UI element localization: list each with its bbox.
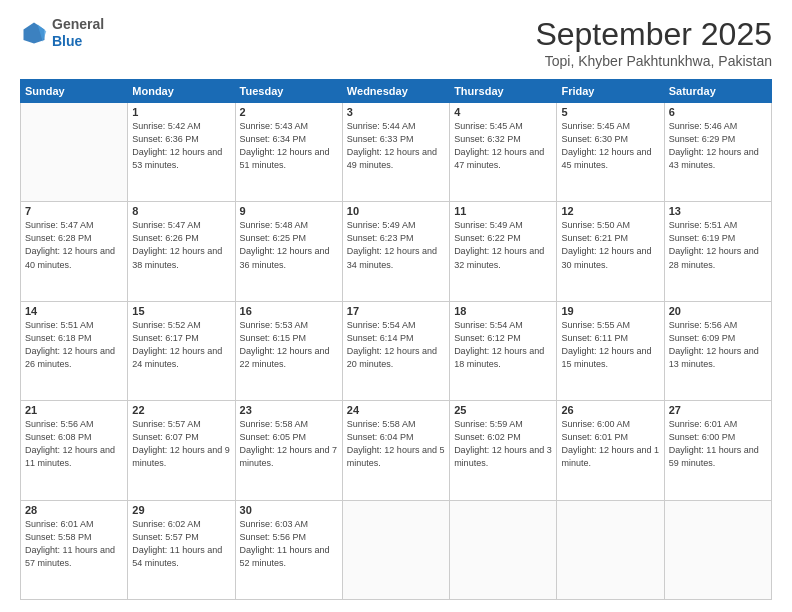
col-monday: Monday — [128, 80, 235, 103]
day-cell: 21 Sunrise: 5:56 AMSunset: 6:08 PMDaylig… — [21, 401, 128, 500]
day-info: Sunrise: 5:50 AMSunset: 6:21 PMDaylight:… — [561, 220, 651, 269]
week-row-4: 21 Sunrise: 5:56 AMSunset: 6:08 PMDaylig… — [21, 401, 772, 500]
week-row-1: 1 Sunrise: 5:42 AMSunset: 6:36 PMDayligh… — [21, 103, 772, 202]
day-number: 27 — [669, 404, 767, 416]
day-info: Sunrise: 5:56 AMSunset: 6:09 PMDaylight:… — [669, 320, 759, 369]
day-info: Sunrise: 6:02 AMSunset: 5:57 PMDaylight:… — [132, 519, 222, 568]
day-cell: 5 Sunrise: 5:45 AMSunset: 6:30 PMDayligh… — [557, 103, 664, 202]
day-cell: 8 Sunrise: 5:47 AMSunset: 6:26 PMDayligh… — [128, 202, 235, 301]
day-number: 2 — [240, 106, 338, 118]
day-info: Sunrise: 5:42 AMSunset: 6:36 PMDaylight:… — [132, 121, 222, 170]
day-number: 4 — [454, 106, 552, 118]
logo-icon — [20, 19, 48, 47]
day-number: 6 — [669, 106, 767, 118]
day-cell: 28 Sunrise: 6:01 AMSunset: 5:58 PMDaylig… — [21, 500, 128, 599]
col-saturday: Saturday — [664, 80, 771, 103]
day-info: Sunrise: 5:52 AMSunset: 6:17 PMDaylight:… — [132, 320, 222, 369]
day-cell: 22 Sunrise: 5:57 AMSunset: 6:07 PMDaylig… — [128, 401, 235, 500]
logo-text: General Blue — [52, 16, 104, 50]
day-number: 19 — [561, 305, 659, 317]
day-number: 11 — [454, 205, 552, 217]
day-cell: 17 Sunrise: 5:54 AMSunset: 6:14 PMDaylig… — [342, 301, 449, 400]
day-cell — [557, 500, 664, 599]
day-number: 28 — [25, 504, 123, 516]
page: General Blue September 2025 Topi, Khyber… — [0, 0, 792, 612]
day-cell: 16 Sunrise: 5:53 AMSunset: 6:15 PMDaylig… — [235, 301, 342, 400]
week-row-2: 7 Sunrise: 5:47 AMSunset: 6:28 PMDayligh… — [21, 202, 772, 301]
col-tuesday: Tuesday — [235, 80, 342, 103]
day-number: 3 — [347, 106, 445, 118]
day-cell — [21, 103, 128, 202]
day-info: Sunrise: 5:46 AMSunset: 6:29 PMDaylight:… — [669, 121, 759, 170]
day-number: 5 — [561, 106, 659, 118]
day-info: Sunrise: 5:51 AMSunset: 6:18 PMDaylight:… — [25, 320, 115, 369]
day-cell: 1 Sunrise: 5:42 AMSunset: 6:36 PMDayligh… — [128, 103, 235, 202]
day-number: 21 — [25, 404, 123, 416]
day-info: Sunrise: 6:03 AMSunset: 5:56 PMDaylight:… — [240, 519, 330, 568]
day-cell — [450, 500, 557, 599]
day-info: Sunrise: 5:53 AMSunset: 6:15 PMDaylight:… — [240, 320, 330, 369]
day-cell: 23 Sunrise: 5:58 AMSunset: 6:05 PMDaylig… — [235, 401, 342, 500]
day-cell: 25 Sunrise: 5:59 AMSunset: 6:02 PMDaylig… — [450, 401, 557, 500]
day-number: 16 — [240, 305, 338, 317]
day-number: 18 — [454, 305, 552, 317]
day-cell: 19 Sunrise: 5:55 AMSunset: 6:11 PMDaylig… — [557, 301, 664, 400]
day-cell: 24 Sunrise: 5:58 AMSunset: 6:04 PMDaylig… — [342, 401, 449, 500]
day-info: Sunrise: 5:58 AMSunset: 6:05 PMDaylight:… — [240, 419, 338, 468]
day-cell: 12 Sunrise: 5:50 AMSunset: 6:21 PMDaylig… — [557, 202, 664, 301]
day-cell: 18 Sunrise: 5:54 AMSunset: 6:12 PMDaylig… — [450, 301, 557, 400]
day-info: Sunrise: 5:49 AMSunset: 6:23 PMDaylight:… — [347, 220, 437, 269]
day-number: 22 — [132, 404, 230, 416]
title-block: September 2025 Topi, Khyber Pakhtunkhwa,… — [535, 16, 772, 69]
day-info: Sunrise: 5:57 AMSunset: 6:07 PMDaylight:… — [132, 419, 230, 468]
day-info: Sunrise: 5:47 AMSunset: 6:28 PMDaylight:… — [25, 220, 115, 269]
day-number: 25 — [454, 404, 552, 416]
day-cell: 7 Sunrise: 5:47 AMSunset: 6:28 PMDayligh… — [21, 202, 128, 301]
day-info: Sunrise: 5:58 AMSunset: 6:04 PMDaylight:… — [347, 419, 445, 468]
week-row-3: 14 Sunrise: 5:51 AMSunset: 6:18 PMDaylig… — [21, 301, 772, 400]
day-cell: 3 Sunrise: 5:44 AMSunset: 6:33 PMDayligh… — [342, 103, 449, 202]
logo-blue-text: Blue — [52, 33, 82, 49]
day-number: 13 — [669, 205, 767, 217]
day-info: Sunrise: 6:01 AMSunset: 5:58 PMDaylight:… — [25, 519, 115, 568]
day-number: 9 — [240, 205, 338, 217]
logo-general-text: General — [52, 16, 104, 32]
day-cell: 4 Sunrise: 5:45 AMSunset: 6:32 PMDayligh… — [450, 103, 557, 202]
day-number: 20 — [669, 305, 767, 317]
header: General Blue September 2025 Topi, Khyber… — [20, 16, 772, 69]
day-info: Sunrise: 6:01 AMSunset: 6:00 PMDaylight:… — [669, 419, 759, 468]
day-cell — [342, 500, 449, 599]
day-cell: 2 Sunrise: 5:43 AMSunset: 6:34 PMDayligh… — [235, 103, 342, 202]
day-cell: 27 Sunrise: 6:01 AMSunset: 6:00 PMDaylig… — [664, 401, 771, 500]
day-info: Sunrise: 5:48 AMSunset: 6:25 PMDaylight:… — [240, 220, 330, 269]
col-wednesday: Wednesday — [342, 80, 449, 103]
day-cell: 26 Sunrise: 6:00 AMSunset: 6:01 PMDaylig… — [557, 401, 664, 500]
day-cell: 30 Sunrise: 6:03 AMSunset: 5:56 PMDaylig… — [235, 500, 342, 599]
day-info: Sunrise: 5:45 AMSunset: 6:30 PMDaylight:… — [561, 121, 651, 170]
day-info: Sunrise: 5:56 AMSunset: 6:08 PMDaylight:… — [25, 419, 115, 468]
location-subtitle: Topi, Khyber Pakhtunkhwa, Pakistan — [535, 53, 772, 69]
day-number: 8 — [132, 205, 230, 217]
calendar-header-row: Sunday Monday Tuesday Wednesday Thursday… — [21, 80, 772, 103]
day-number: 14 — [25, 305, 123, 317]
day-number: 30 — [240, 504, 338, 516]
day-cell: 14 Sunrise: 5:51 AMSunset: 6:18 PMDaylig… — [21, 301, 128, 400]
month-title: September 2025 — [535, 16, 772, 53]
day-number: 24 — [347, 404, 445, 416]
day-info: Sunrise: 5:59 AMSunset: 6:02 PMDaylight:… — [454, 419, 552, 468]
day-cell: 11 Sunrise: 5:49 AMSunset: 6:22 PMDaylig… — [450, 202, 557, 301]
day-cell: 9 Sunrise: 5:48 AMSunset: 6:25 PMDayligh… — [235, 202, 342, 301]
day-number: 17 — [347, 305, 445, 317]
logo: General Blue — [20, 16, 104, 50]
day-info: Sunrise: 5:54 AMSunset: 6:14 PMDaylight:… — [347, 320, 437, 369]
day-number: 29 — [132, 504, 230, 516]
col-thursday: Thursday — [450, 80, 557, 103]
day-info: Sunrise: 5:45 AMSunset: 6:32 PMDaylight:… — [454, 121, 544, 170]
day-info: Sunrise: 6:00 AMSunset: 6:01 PMDaylight:… — [561, 419, 659, 468]
col-friday: Friday — [557, 80, 664, 103]
day-cell — [664, 500, 771, 599]
day-number: 1 — [132, 106, 230, 118]
week-row-5: 28 Sunrise: 6:01 AMSunset: 5:58 PMDaylig… — [21, 500, 772, 599]
day-info: Sunrise: 5:47 AMSunset: 6:26 PMDaylight:… — [132, 220, 222, 269]
day-cell: 15 Sunrise: 5:52 AMSunset: 6:17 PMDaylig… — [128, 301, 235, 400]
